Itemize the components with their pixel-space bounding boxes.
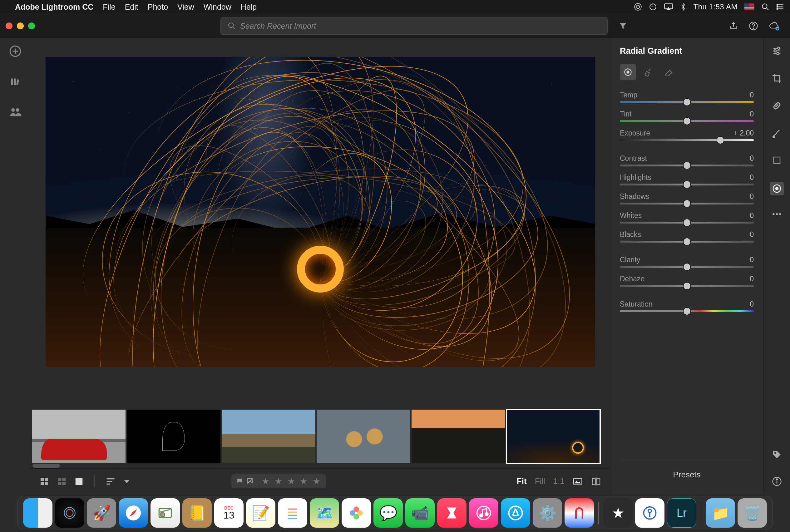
menu-photo[interactable]: Photo bbox=[148, 2, 168, 12]
dock-trash-icon[interactable]: 🗑️ bbox=[737, 498, 767, 528]
healing-tool[interactable] bbox=[772, 100, 782, 111]
search-field[interactable]: Search Recent Import bbox=[221, 17, 608, 35]
brush-add-button[interactable] bbox=[640, 64, 656, 80]
slider-shadows[interactable]: Shadows0 bbox=[620, 192, 754, 205]
slider-track[interactable] bbox=[620, 120, 754, 122]
dock-launchpad-icon[interactable]: 🚀 bbox=[87, 498, 116, 528]
zoom-window-button[interactable] bbox=[28, 22, 35, 29]
star-rating[interactable]: ★ ★ ★ ★ ★ bbox=[262, 476, 322, 487]
dock-photos-icon[interactable] bbox=[342, 498, 371, 528]
slider-blacks[interactable]: Blacks0 bbox=[620, 230, 754, 243]
sort-dropdown-icon[interactable] bbox=[123, 478, 130, 485]
keywords-tool[interactable] bbox=[772, 450, 782, 460]
detail-view-button[interactable] bbox=[74, 477, 84, 486]
close-window-button[interactable] bbox=[6, 22, 13, 29]
slider-knob[interactable] bbox=[683, 238, 690, 245]
airplay-icon[interactable] bbox=[664, 3, 673, 11]
radial-new-button[interactable] bbox=[620, 64, 636, 80]
add-photos-button[interactable] bbox=[9, 45, 21, 57]
share-button[interactable] bbox=[729, 21, 745, 31]
slider-track[interactable] bbox=[620, 285, 754, 287]
slider-track[interactable] bbox=[620, 139, 754, 141]
dock-siri-icon[interactable] bbox=[55, 498, 84, 528]
zoom-1to1-button[interactable]: 1:1 bbox=[553, 476, 565, 486]
slider-knob[interactable] bbox=[683, 99, 690, 106]
show-original-button[interactable] bbox=[573, 477, 583, 486]
dock-news-icon[interactable] bbox=[437, 498, 467, 528]
dock-maps-icon[interactable]: 🗺️ bbox=[310, 498, 339, 528]
grid-view-button[interactable] bbox=[39, 476, 49, 487]
square-grid-button[interactable] bbox=[57, 476, 67, 487]
dock-messages-icon[interactable]: 💬 bbox=[374, 498, 403, 528]
thumbnail-apple-outline[interactable] bbox=[127, 410, 221, 463]
slider-knob[interactable] bbox=[683, 181, 690, 188]
thumbnail-sunset-rocks[interactable] bbox=[412, 410, 505, 463]
thumbnail-coffee-cups[interactable] bbox=[317, 410, 410, 463]
edit-sliders-tool[interactable] bbox=[772, 45, 782, 56]
input-source-flag-icon[interactable] bbox=[745, 3, 754, 10]
dock-imovie-icon[interactable]: ★ bbox=[603, 498, 633, 528]
flag-pick-button[interactable] bbox=[236, 477, 244, 486]
slider-knob[interactable] bbox=[683, 219, 690, 226]
power-icon[interactable] bbox=[649, 3, 657, 11]
dock-calendar-icon[interactable]: DEC13 bbox=[214, 498, 244, 528]
slider-track[interactable] bbox=[620, 222, 754, 224]
menu-help[interactable]: Help bbox=[241, 2, 257, 12]
slider-track[interactable] bbox=[620, 241, 754, 243]
zoom-fill-button[interactable]: Fill bbox=[535, 476, 545, 486]
dock-1password-icon[interactable] bbox=[635, 498, 664, 528]
dock-downloads-icon[interactable]: 📁 bbox=[706, 498, 735, 528]
slider-knob[interactable] bbox=[683, 283, 690, 289]
spotlight-icon[interactable] bbox=[761, 3, 769, 11]
slider-temp[interactable]: Temp0 bbox=[620, 91, 754, 103]
minimize-window-button[interactable] bbox=[17, 22, 24, 29]
slider-knob[interactable] bbox=[683, 264, 690, 270]
dock-magnet-icon[interactable] bbox=[565, 498, 594, 528]
dock-notes-icon[interactable]: 📝 bbox=[246, 498, 276, 528]
more-tools-icon[interactable] bbox=[772, 212, 782, 216]
dock-itunes-icon[interactable] bbox=[469, 498, 499, 528]
bluetooth-icon[interactable] bbox=[680, 3, 686, 11]
dock-lightroom-icon[interactable]: Lr bbox=[667, 498, 696, 528]
slider-knob[interactable] bbox=[683, 200, 690, 207]
brush-tool[interactable] bbox=[772, 128, 782, 139]
slider-track[interactable] bbox=[620, 101, 754, 103]
dock-safari-icon[interactable] bbox=[119, 498, 148, 528]
slider-knob[interactable] bbox=[683, 162, 690, 169]
zoom-fit-button[interactable]: Fit bbox=[517, 476, 527, 486]
menu-view[interactable]: View bbox=[177, 2, 194, 12]
slider-track[interactable] bbox=[620, 184, 754, 186]
slider-dehaze[interactable]: Dehaze0 bbox=[620, 275, 754, 287]
slider-clarity[interactable]: Clarity0 bbox=[620, 256, 754, 268]
dock-mail-icon[interactable] bbox=[151, 498, 180, 528]
filter-button[interactable] bbox=[618, 21, 628, 30]
slider-track[interactable] bbox=[620, 266, 754, 268]
radial-gradient-tool[interactable] bbox=[770, 182, 784, 195]
dock-contacts-icon[interactable]: 📒 bbox=[182, 498, 212, 528]
slider-track[interactable] bbox=[620, 165, 754, 166]
sharing-button[interactable] bbox=[9, 106, 21, 117]
presets-header[interactable]: Presets bbox=[620, 461, 754, 488]
slider-contrast[interactable]: Contrast0 bbox=[620, 154, 754, 166]
slider-saturation[interactable]: Saturation0 bbox=[620, 300, 754, 312]
app-name[interactable]: Adobe Lightroom CC bbox=[15, 2, 93, 12]
filmstrip-scrollbar[interactable] bbox=[33, 464, 60, 468]
linear-gradient-tool[interactable] bbox=[772, 155, 782, 165]
menu-window[interactable]: Window bbox=[204, 2, 231, 12]
image-canvas[interactable] bbox=[31, 38, 610, 408]
compare-view-button[interactable] bbox=[591, 477, 601, 486]
slider-whites[interactable]: Whites0 bbox=[620, 211, 754, 224]
brush-erase-button[interactable] bbox=[660, 64, 676, 80]
slider-track[interactable] bbox=[620, 310, 754, 312]
dock-reminders-icon[interactable] bbox=[278, 498, 307, 528]
cloud-sync-button[interactable] bbox=[769, 21, 784, 31]
info-tool[interactable] bbox=[772, 476, 782, 487]
slider-tint[interactable]: Tint0 bbox=[620, 110, 754, 122]
slider-exposure[interactable]: Exposure+ 2.00 bbox=[620, 129, 754, 141]
slider-highlights[interactable]: Highlights0 bbox=[620, 173, 754, 186]
slider-knob[interactable] bbox=[717, 137, 724, 144]
notification-center-icon[interactable] bbox=[776, 3, 784, 11]
dock-facetime-icon[interactable]: 📹 bbox=[405, 498, 435, 528]
slider-track[interactable] bbox=[620, 203, 754, 205]
help-button[interactable] bbox=[749, 21, 765, 31]
